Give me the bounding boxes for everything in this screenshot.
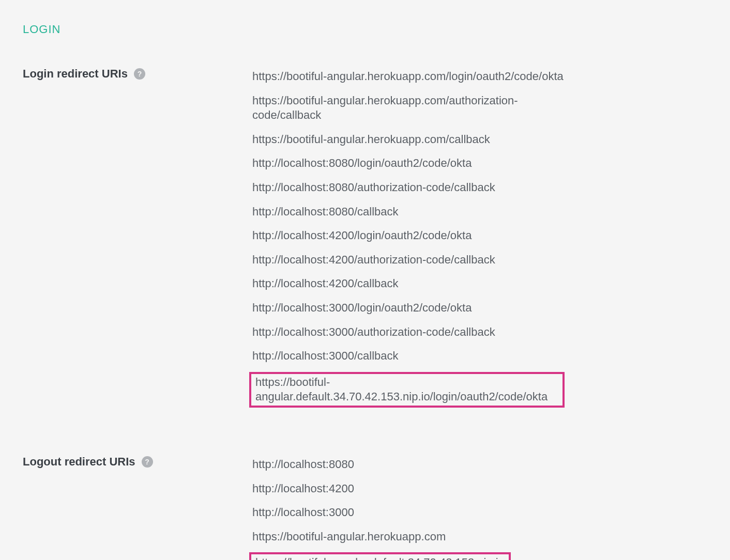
login-redirect-label-col: Login redirect URIs ?: [23, 67, 249, 81]
login-redirect-uri: http://localhost:4200/authorization-code…: [249, 252, 580, 269]
login-redirect-values: https://bootiful-angular.herokuapp.com/l…: [249, 67, 707, 408]
login-redirect-uri: https://bootiful-angular.default.34.70.4…: [249, 372, 565, 408]
login-redirect-uri: http://localhost:3000/callback: [249, 348, 580, 365]
login-redirect-uri: http://localhost:8080/login/oauth2/code/…: [249, 155, 580, 172]
logout-redirect-uri: http://localhost:4200: [249, 480, 580, 497]
login-redirect-row: Login redirect URIs ? https://bootiful-a…: [23, 67, 707, 408]
logout-redirect-uri: https://bootiful-angular.default.34.70.4…: [249, 552, 511, 560]
login-redirect-uri: http://localhost:3000/authorization-code…: [249, 324, 580, 341]
login-redirect-uri: http://localhost:3000/login/oauth2/code/…: [249, 300, 580, 317]
logout-redirect-values: http://localhost:8080http://localhost:42…: [249, 455, 707, 560]
login-redirect-label: Login redirect URIs: [23, 67, 128, 81]
logout-redirect-label: Logout redirect URIs: [23, 455, 135, 469]
login-redirect-uri: http://localhost:4200/login/oauth2/code/…: [249, 227, 580, 244]
help-icon[interactable]: ?: [134, 68, 145, 80]
login-redirect-uri: http://localhost:8080/callback: [249, 204, 580, 221]
login-redirect-uri: http://localhost:8080/authorization-code…: [249, 179, 580, 196]
login-redirect-uri: https://bootiful-angular.herokuapp.com/a…: [249, 92, 580, 124]
logout-redirect-label-col: Logout redirect URIs ?: [23, 455, 249, 469]
logout-redirect-uri: https://bootiful-angular.herokuapp.com: [249, 528, 580, 546]
login-redirect-uri: http://localhost:4200/callback: [249, 275, 580, 292]
help-icon[interactable]: ?: [142, 456, 153, 468]
login-redirect-uri: https://bootiful-angular.herokuapp.com/l…: [249, 68, 580, 85]
logout-redirect-row: Logout redirect URIs ? http://localhost:…: [23, 455, 707, 560]
logout-redirect-uri: http://localhost:3000: [249, 504, 580, 521]
logout-redirect-uri: http://localhost:8080: [249, 456, 580, 473]
section-heading: LOGIN: [23, 23, 707, 36]
login-redirect-uri: https://bootiful-angular.herokuapp.com/c…: [249, 131, 580, 148]
